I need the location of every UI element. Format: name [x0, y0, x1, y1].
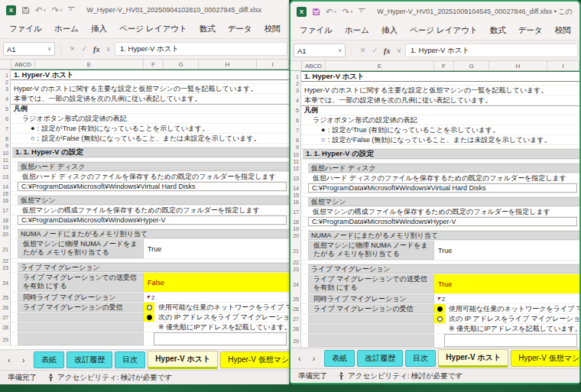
row-number[interactable]: 7 [0, 124, 11, 134]
quick-access-customize-icon[interactable] [68, 7, 75, 13]
column-header-F[interactable]: F [144, 60, 164, 69]
group-band[interactable]: 仮想ハード ディスク [18, 162, 289, 171]
row-number[interactable]: 17 [290, 207, 301, 217]
fx-icon[interactable]: fx [381, 47, 392, 55]
radio-cell[interactable] [144, 303, 154, 312]
row-number[interactable]: 5 [290, 105, 301, 115]
menu-item-3[interactable]: ページ レイアウト [113, 21, 193, 37]
radio-unchecked-icon[interactable] [437, 316, 443, 322]
row-number[interactable]: 6 [290, 115, 301, 125]
radio-checked-icon[interactable] [437, 306, 443, 312]
sheet-nav-next[interactable]: › [308, 354, 320, 363]
cancel-icon[interactable]: ✕ [358, 47, 368, 54]
sheet-tab-1[interactable]: 改訂履歴 [357, 350, 403, 367]
sheet-tab-4[interactable]: Hyper-V 仮想マシン [511, 350, 579, 367]
menu-item-0[interactable]: ファイル [294, 23, 339, 38]
cell-setting-value[interactable]: True [434, 274, 579, 293]
row-number[interactable]: 16 [290, 197, 301, 207]
menu-item-4[interactable]: 数式 [193, 21, 222, 37]
sheet-tab-3[interactable]: Hyper-V ホスト [148, 351, 218, 369]
cell-text[interactable]: ○：設定がFalse (無効)になっていること、または未設定を示しています。 [11, 134, 261, 144]
sheet-tab-4[interactable]: Hyper-V 仮想マシン [220, 352, 289, 368]
cell-setting-label[interactable]: ライブ マイグレーションでの送受信を有効 にする [308, 274, 434, 293]
cell-empty-value[interactable] [154, 332, 287, 345]
cell-text[interactable]: ●：設定がTrue (有効)になっていることを示しています。 [11, 124, 209, 134]
fx-icon[interactable]: fx [91, 45, 102, 53]
cell-setting-label[interactable] [308, 334, 434, 347]
cell-text[interactable]: Hyper-V のホストに関する主要な設定と仮想マシンの一覧を記載しています。 [11, 84, 258, 94]
cell-setting-label[interactable]: 同時ライブ マイグレーション [308, 294, 434, 303]
column-header-ABCD[interactable]: ABCD [302, 61, 326, 70]
save-button[interactable] [21, 6, 30, 15]
cell-setting-value[interactable]: 2 [434, 294, 579, 303]
row-number[interactable]: 26 [0, 303, 11, 313]
row-number[interactable]: 25 [290, 294, 301, 304]
row-number[interactable]: 23 [290, 264, 301, 274]
row-number[interactable]: 24 [0, 273, 11, 293]
sheet-tab-0[interactable]: 表紙 [34, 352, 64, 368]
undo-button[interactable]: ↶∨ [326, 8, 337, 16]
cell-text[interactable]: ラジオボタン形式の設定値の表記 [11, 114, 127, 124]
cell-text[interactable]: 本章では、一部の設定値を次の凡例に従い表記しています。 [11, 94, 202, 104]
radio-cell[interactable] [434, 304, 445, 313]
section-band[interactable]: 1. 1. Hyper-V の設定 [303, 149, 579, 159]
group-band[interactable]: ライブ マイグレーション [18, 263, 289, 272]
column-header-ABCD[interactable]: ABCD [11, 60, 35, 69]
row-number[interactable]: 13 [290, 173, 301, 183]
cell-desc[interactable]: 仮想マシンの構成ファイルを保存するための既定のフォルダーを指定します [301, 207, 550, 217]
sheet-nav-prev[interactable]: ‹ [3, 355, 15, 364]
status-accessibility[interactable]: アクセシビリティ: 検討が必要です [338, 371, 463, 381]
sheet-tab-3[interactable]: Hyper-V ホスト [438, 349, 508, 368]
cell-note[interactable]: ※ 優先順にIPアドレスを記載しています。 [434, 324, 579, 333]
enter-icon[interactable]: ✓ [370, 47, 381, 54]
quick-access-customize-icon[interactable] [359, 8, 365, 15]
menu-item-3[interactable]: ページ レイアウト [404, 23, 484, 38]
sheet-tab-2[interactable]: 目次 [405, 350, 436, 367]
cell-subtitle[interactable]: 凡例 [11, 104, 28, 114]
save-button[interactable] [312, 8, 320, 16]
group-band[interactable]: ライブ マイグレーション [308, 264, 579, 274]
row-number[interactable]: 25 [0, 293, 11, 303]
row-number[interactable]: 17 [0, 206, 11, 215]
menu-item-0[interactable]: ファイル [3, 21, 48, 37]
column-header-E[interactable]: E [326, 61, 434, 70]
cell-text[interactable]: ●：設定がTrue (有効)になっていることを示しています。 [301, 125, 499, 135]
cell-setting-label[interactable]: 仮想マシンに物理 NUMA ノードをまたがる メモリを割り当てる [308, 241, 434, 260]
formula-input[interactable]: 1. Hyper-V ホスト [405, 44, 578, 57]
cell-text[interactable]: 本章では、一部の設定値を次の凡例に従い表記しています。 [301, 96, 492, 105]
radio-unchecked-icon[interactable] [147, 305, 152, 310]
cancel-icon[interactable]: ✕ [67, 45, 78, 53]
menu-item-1[interactable]: ホーム [339, 23, 375, 38]
row-number[interactable]: 28 [290, 324, 301, 334]
menu-item-2[interactable]: 挿入 [375, 23, 404, 38]
cell-path-value[interactable]: C:¥ProgramData¥Microsoft¥Windows¥Hyper-V [18, 215, 287, 225]
sheet-tab-0[interactable]: 表紙 [324, 350, 355, 367]
cell-setting-label[interactable] [308, 314, 434, 323]
cell-setting-label[interactable] [18, 313, 144, 322]
group-band[interactable]: 仮想マシン [308, 197, 579, 206]
column-header-G[interactable]: G [164, 60, 199, 69]
row-number[interactable]: 28 [0, 322, 11, 332]
cell-text[interactable]: ラジオボタン形式の設定値の表記 [301, 115, 417, 125]
row-number[interactable]: 1 [0, 70, 11, 80]
enter-icon[interactable]: ✓ [80, 45, 90, 53]
row-number[interactable]: 27 [0, 313, 11, 322]
cell-desc[interactable]: 仮想ハード ディスクのファイルを保存するための既定のフォルダーを指定します [11, 172, 276, 182]
row-number[interactable]: 3 [290, 86, 301, 96]
row-number[interactable]: 4 [290, 96, 301, 105]
column-header-I[interactable]: I [547, 61, 579, 70]
cell-text[interactable]: Hyper-V のホストに関する主要な設定と仮想マシンの一覧を記載しています。 [301, 86, 548, 96]
radio-cell[interactable] [144, 313, 154, 322]
row-number[interactable]: 6 [0, 114, 11, 124]
formula-input[interactable]: 1. Hyper-V ホスト [115, 42, 287, 56]
row-number[interactable]: 3 [0, 84, 11, 94]
column-header-H[interactable]: H [199, 60, 257, 69]
cell-setting-label[interactable]: ライブ マイグレーションの受信 [308, 304, 434, 313]
cell-desc[interactable]: 仮想マシンの構成ファイルを保存するための既定のフォルダーを指定します [11, 206, 260, 215]
cell-path-value[interactable]: C:¥ProgramData¥Microsoft¥Windows¥Virtual… [18, 182, 287, 191]
sheet-nav-next[interactable]: › [18, 355, 30, 364]
cell-setting-label[interactable]: 仮想マシンに物理 NUMA ノードをまたがる メモリを割り当てる [18, 239, 144, 258]
cell-desc[interactable]: 仮想ハード ディスクのファイルを保存するための既定のフォルダーを指定します [301, 173, 566, 183]
radio-cell[interactable] [434, 314, 445, 323]
row-number[interactable]: 7 [290, 125, 301, 135]
